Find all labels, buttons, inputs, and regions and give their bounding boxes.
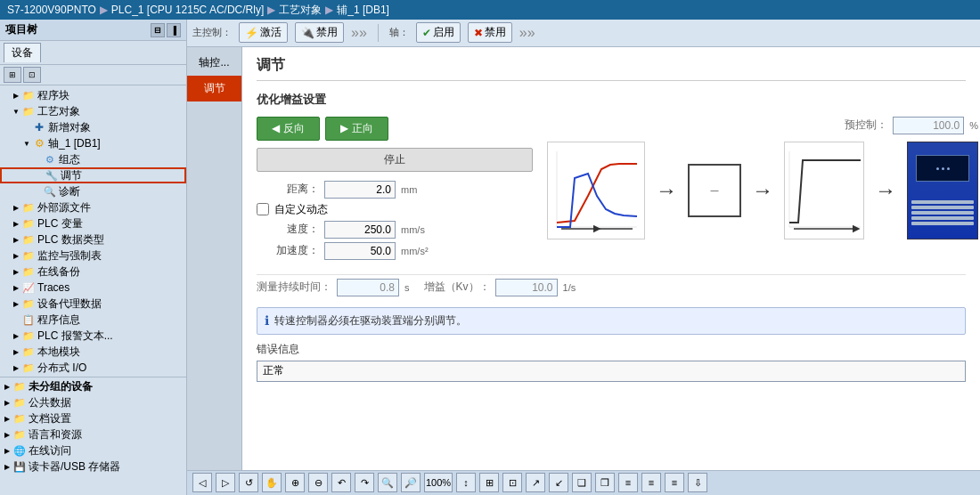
status-btn-back[interactable]: ◁ [192,473,212,492]
status-btn-rotate-right[interactable]: ↷ [355,473,374,492]
tree-arrow [21,122,32,133]
status-btn-hand[interactable]: ✋ [262,473,282,492]
tree-item-PLC数据类型[interactable]: ▶ 📁 PLC 数据类型 [0,231,186,248]
tree-arrow: ▼ [11,106,21,117]
disable-btn-1[interactable]: 🔌 禁用 [295,22,344,43]
status-btn-layout-2[interactable]: ❒ [595,473,615,492]
tree-arrow: ▶ [11,218,21,229]
status-btn-download[interactable]: ↙ [549,473,568,492]
status-btn-forward[interactable]: ▷ [216,473,235,492]
main-toolbar: 主控制： ⚡ 激活 🔌 禁用 »» 轴： ✔ 启用 ✖ 禁用 »» [187,20,980,47]
status-btn-align-left[interactable]: ≡ [618,473,638,492]
tree-item-PLC报警文本[interactable]: ▶ 📁 PLC 报警文本... [0,328,186,344]
axis-disable-btn[interactable]: ✖ 禁用 [468,22,512,43]
tree-item-PLC变量[interactable]: ▶ 📁 PLC 变量 [0,215,186,231]
sidebar-icon-btn-1[interactable]: ⊞ [4,67,21,83]
folder-icon: 📁 [21,89,36,101]
tree-label: 工艺对象 [37,104,80,119]
tree-label: 监控与强制表 [37,248,102,264]
online-icon: 🌐 [12,444,27,457]
left-tab-tune[interactable]: 调节 [187,76,241,101]
folder-icon: 📁 [21,105,36,118]
enable-btn[interactable]: ✔ 启用 [416,22,461,43]
status-btn-export[interactable]: ⇩ [688,473,707,492]
tree-label: 在线备份 [37,264,80,280]
reverse-btn[interactable]: ◀ 反向 [257,117,320,141]
folder-icon: 📁 [12,380,27,393]
tree-label-traces: Traces [37,281,69,294]
precontrol-label: 预控制： [845,118,887,133]
tree-item-公共数据[interactable]: ▶ 📁 公共数据 [0,394,186,410]
folder-icon: 📁 [12,428,27,441]
status-btn-collapse[interactable]: ⊡ [502,473,522,492]
status-btn-align-center[interactable]: ≡ [641,473,661,492]
left-tab-axis-control[interactable]: 轴控... [187,51,241,75]
tree-item-外部源文件[interactable]: ▶ 📁 外部源文件 [0,199,186,215]
info-box: ℹ 转速控制器必须在驱动装置端分别调节。 [257,307,966,335]
precontrol-row: 预控制： % [547,117,978,134]
status-btn-zoomin[interactable]: ⊕ [285,473,305,492]
tree-arrow: ▶ [11,90,21,101]
tree-label: 设备代理数据 [37,296,102,312]
status-btn-fit[interactable]: ↕ [456,473,476,492]
tree-item-Traces[interactable]: ▶ 📈 Traces [0,280,186,296]
custom-dynamic-row: 自定义动态 [257,202,533,217]
accel-input[interactable] [324,242,396,260]
tree-arrow [32,154,43,165]
error-input[interactable] [257,361,966,382]
status-btn-align-right[interactable]: ≡ [665,473,684,492]
tree-item-轴1[interactable]: ▼ ⚙ 轴_1 [DB1] [0,135,186,151]
tree-item-未分组的设备[interactable]: ▶ 📁 未分组的设备 [0,378,186,394]
tree-item-程序信息[interactable]: 📋 程序信息 [0,312,186,328]
tree-item-监控与强制表[interactable]: ▶ 📁 监控与强制表 [0,248,186,264]
custom-dynamic-checkbox[interactable] [257,203,269,215]
forward-icon: ▶ [340,122,348,134]
status-btn-upload[interactable]: ↗ [526,473,545,492]
status-btn-zoom-area[interactable]: 🔎 [401,473,421,492]
activate-btn[interactable]: ⚡ 激活 [239,22,288,43]
status-btn-zoomout[interactable]: ⊖ [308,473,328,492]
status-btn-zoom-fit[interactable]: 🔍 [378,473,397,492]
tree-item-语言和资源[interactable]: ▶ 📁 语言和资源 [0,426,186,442]
status-btn-rotate-left[interactable]: ↶ [331,473,351,492]
tree-item-在线访问[interactable]: ▶ 🌐 在线访问 [0,442,186,458]
sidebar-icon-btn-2[interactable]: ⊡ [23,67,41,83]
status-btn-layout-1[interactable]: ❑ [572,473,592,492]
tree-item-在线备份[interactable]: ▶ 📁 在线备份 [0,264,186,280]
folder-icon: 📁 [21,345,36,358]
forward-btn[interactable]: ▶ 正向 [325,117,388,141]
axis-disable-icon: ✖ [474,27,483,39]
distance-input[interactable] [324,181,396,199]
tree-item-本地模块[interactable]: ▶ 📁 本地模块 [0,344,186,360]
tree-arrow [34,170,45,181]
tree-item-调节[interactable]: 🔧 调节 [0,167,186,183]
status-btn-refresh[interactable]: ↺ [239,473,258,492]
stop-btn[interactable]: 停止 [257,148,533,172]
tab-devices[interactable]: 设备 [4,43,41,62]
info-text: 转速控制器必须在驱动装置端分别调节。 [274,313,467,329]
tree-item-工艺对象[interactable]: ▼ 📁 工艺对象 [0,103,186,119]
precontrol-input[interactable] [893,117,964,134]
tree-item-设备代理数据[interactable]: ▶ 📁 设备代理数据 [0,296,186,312]
pin-icon[interactable]: ⊟ [151,23,165,37]
axis-label: 轴： [389,26,409,39]
measure-time-input[interactable] [337,279,399,296]
tree-arrow: ▶ [2,381,12,392]
tree-item-文档设置[interactable]: ▶ 📁 文档设置 [0,410,186,426]
split-icon[interactable]: ▐ [167,23,181,37]
speed-input[interactable] [324,221,396,239]
gear-icon: ⚙ [43,153,57,166]
tree-item-程序块[interactable]: ▶ 📁 程序块 [0,87,186,103]
status-btn-expand[interactable]: ⊞ [479,473,499,492]
tree-arrow: ▼ [21,138,32,149]
tree-label: 诊断 [59,184,80,199]
tree-item-分布式IO[interactable]: ▶ 📁 分布式 I/O [0,360,186,376]
status-btn-100[interactable]: 100% [424,473,453,492]
tree-item-诊断[interactable]: 🔍 诊断 [0,183,186,199]
gain-input[interactable] [495,279,558,296]
tree-item-读卡器USB[interactable]: ▶ 💾 读卡器/USB 存储器 [0,458,186,475]
tree-item-新增对象[interactable]: ✚ 新增对象 [0,119,186,135]
block-diagram: — [688,164,741,217]
tree-item-组态[interactable]: ⚙ 组态 [0,151,186,167]
device-slot-2 [911,206,974,209]
